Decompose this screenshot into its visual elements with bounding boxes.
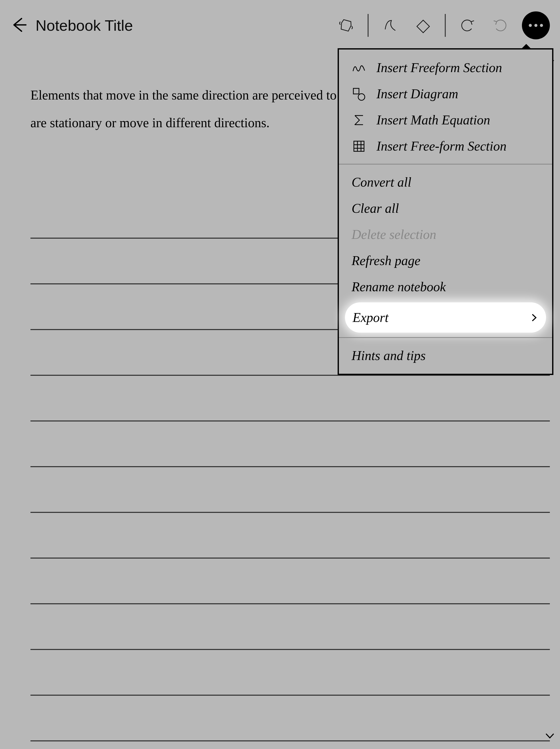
arrow-left-icon xyxy=(10,16,28,34)
eraser-tool[interactable] xyxy=(412,14,435,37)
scribble-icon xyxy=(351,61,366,75)
menu-insert-math[interactable]: Insert Math Equation xyxy=(339,107,552,133)
toolbar-right xyxy=(335,12,550,39)
menu-label: Insert Math Equation xyxy=(376,112,490,127)
sigma-icon xyxy=(351,113,366,127)
menu-label: Export xyxy=(352,310,389,325)
rotate-icon xyxy=(337,17,354,34)
toolbar: Notebook Title xyxy=(0,0,560,51)
menu-hints-tips[interactable]: Hints and tips xyxy=(339,343,552,369)
menu-label: Rename notebook xyxy=(351,279,446,294)
menu-insert-diagram[interactable]: Insert Diagram xyxy=(339,81,552,107)
rule-line xyxy=(30,604,550,650)
notebook-title[interactable]: Notebook Title xyxy=(36,17,133,34)
undo-button[interactable] xyxy=(456,14,479,37)
svg-point-2 xyxy=(358,94,365,100)
shapes-icon xyxy=(351,87,366,101)
rule-line xyxy=(30,742,550,749)
separator xyxy=(445,14,446,37)
more-button[interactable] xyxy=(522,12,550,39)
menu-divider xyxy=(339,164,552,165)
menu-delete-selection: Delete selection xyxy=(339,221,552,248)
menu-label: Hints and tips xyxy=(351,348,426,363)
menu-label: Insert Free-form Section xyxy=(376,138,507,154)
rotate-tool[interactable] xyxy=(335,14,358,37)
rule-line xyxy=(30,422,550,467)
menu-pointer xyxy=(521,44,532,49)
rule-line xyxy=(30,513,550,559)
chevron-down-icon[interactable] xyxy=(544,730,556,742)
grid-icon xyxy=(351,139,366,153)
eraser-icon xyxy=(414,17,432,34)
rule-line xyxy=(30,559,550,604)
rule-line xyxy=(30,376,550,422)
menu-insert-freeform[interactable]: Insert Freeform Section xyxy=(339,55,552,81)
undo-icon xyxy=(459,17,476,34)
dot-icon xyxy=(529,24,532,27)
menu-rename-notebook[interactable]: Rename notebook xyxy=(339,274,552,300)
svg-rect-1 xyxy=(353,88,359,94)
more-menu: Insert Freeform Section Insert Diagram I… xyxy=(338,48,554,375)
menu-label: Delete selection xyxy=(351,227,436,242)
toolbar-left: Notebook Title xyxy=(10,16,133,35)
menu-export[interactable]: Export xyxy=(345,302,546,333)
back-button[interactable] xyxy=(10,16,28,35)
svg-rect-0 xyxy=(417,20,429,33)
dot-icon xyxy=(534,24,537,27)
rule-line xyxy=(30,696,550,742)
menu-refresh-page[interactable]: Refresh page xyxy=(339,248,552,274)
redo-icon xyxy=(492,17,509,34)
rule-line xyxy=(30,650,550,696)
pen-tool[interactable] xyxy=(379,14,402,37)
rule-line xyxy=(30,467,550,513)
redo-button[interactable] xyxy=(489,14,512,37)
menu-divider xyxy=(339,337,552,338)
menu-label: Convert all xyxy=(351,175,411,190)
dot-icon xyxy=(540,24,543,27)
menu-insert-freeform-2[interactable]: Insert Free-form Section xyxy=(339,133,552,159)
menu-label: Refresh page xyxy=(351,253,421,268)
pen-icon xyxy=(382,17,399,34)
menu-label: Insert Diagram xyxy=(376,86,458,101)
menu-clear-all[interactable]: Clear all xyxy=(339,195,552,221)
separator xyxy=(368,14,369,37)
chevron-right-icon xyxy=(530,313,538,322)
svg-rect-3 xyxy=(354,141,364,151)
menu-label: Insert Freeform Section xyxy=(376,60,502,75)
menu-label: Clear all xyxy=(351,201,399,216)
menu-convert-all[interactable]: Convert all xyxy=(339,169,552,195)
